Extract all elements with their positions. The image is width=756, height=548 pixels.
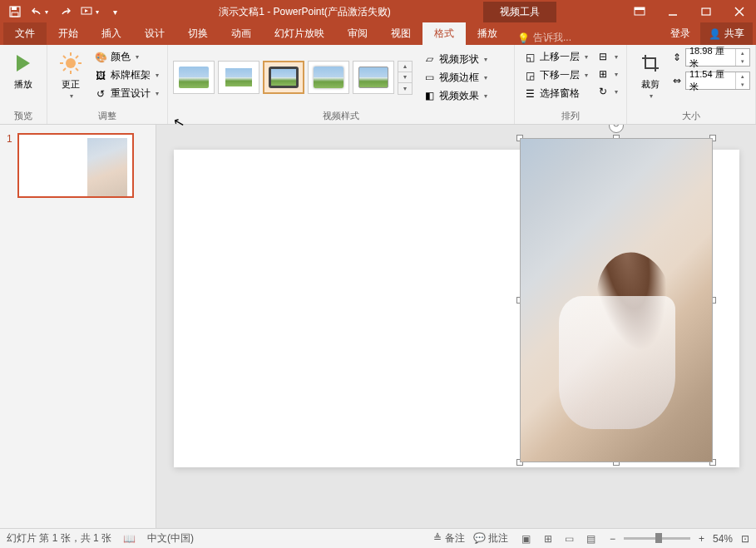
sun-icon [57,50,84,77]
corrections-button[interactable]: 更正 ▾ [52,48,89,101]
style-item-4[interactable] [308,61,349,94]
align-button[interactable]: ⊟▾ [593,48,621,65]
height-up[interactable]: ▴ [736,49,749,57]
svg-line-15 [63,56,66,58]
send-backward-icon: ◲ [523,69,536,82]
notes-button[interactable]: ≜ 备注 [433,531,464,546]
rotate-button[interactable]: ↻▾ [593,83,621,100]
bring-forward-button[interactable]: ◱上移一层▾ [520,48,591,66]
tab-transitions[interactable]: 切换 [176,22,220,45]
tab-home[interactable]: 开始 [47,22,90,45]
zoom-level[interactable]: 54% [713,533,733,545]
slide-thumbnail-panel[interactable]: 1 [0,125,156,528]
redo-button[interactable] [53,2,77,22]
tab-format[interactable]: 格式 [422,22,466,45]
poster-frame-button[interactable]: 🖼标牌框架▾ [91,67,162,84]
reset-design-button[interactable]: ↺重置设计▾ [91,85,162,102]
video-object[interactable] [520,138,713,462]
normal-view-button[interactable]: ▣ [516,531,536,546]
gallery-down-button[interactable]: ▾ [398,72,412,83]
maximize-button[interactable] [689,0,723,23]
style-item-2[interactable] [218,61,259,94]
svg-line-18 [63,68,66,71]
group-video-styles: ▴ ▾ ▾ ▱视频形状▾ ▭视频边框▾ ◧视频效果▾ 视频样式 [168,45,515,124]
group-size: 裁剪 ▾ ⇕ 18.98 厘米 ▴▾ ⇔ 11.54 厘米 ▴▾ [627,45,756,124]
close-button[interactable] [723,0,756,23]
tab-file[interactable]: 文件 [3,22,47,45]
share-button[interactable]: 👤 共享 [700,22,753,45]
align-icon: ⊟ [596,50,610,63]
bring-forward-icon: ◱ [523,51,536,64]
tab-view[interactable]: 视图 [379,22,422,45]
height-down[interactable]: ▾ [736,57,749,66]
style-gallery: ▴ ▾ ▾ [173,61,413,95]
group-button[interactable]: ⊞▾ [593,66,621,82]
play-icon [10,50,37,77]
width-input[interactable]: 11.54 厘米 ▴▾ [685,72,750,90]
crop-button[interactable]: 裁剪 ▾ [632,48,669,101]
comments-button[interactable]: 💬 批注 [473,531,508,546]
thumbnail-preview [17,133,134,198]
video-border-button[interactable]: ▭视频边框▾ [419,69,491,86]
slide-counter[interactable]: 幻灯片 第 1 张，共 1 张 [7,531,111,546]
thumbnail-video-icon [87,138,127,196]
fit-window-button[interactable]: ⊡ [741,533,749,545]
window-controls [623,0,756,23]
ribbon-tabs: 文件 开始 插入 设计 切换 动画 幻灯片放映 审阅 视图 格式 播放 💡 告诉… [0,23,756,45]
tab-design[interactable]: 设计 [133,22,176,45]
slide-canvas[interactable] [174,150,739,467]
undo-button[interactable]: ▾ [28,2,52,22]
sorter-view-button[interactable]: ⊞ [538,531,558,546]
ribbon: 播放 预览 更正 ▾ 🎨颜色▾ 🖼标牌框架▾ ↺重置设计▾ 调整 [0,45,756,125]
tab-playback[interactable]: 播放 [466,22,509,45]
zoom-in-button[interactable]: + [699,533,704,545]
quick-access-toolbar: ▾ ▾ ▾ [0,2,126,22]
svg-point-10 [66,58,76,68]
height-input[interactable]: 18.98 厘米 ▴▾ [685,48,750,67]
width-down[interactable]: ▾ [736,81,749,89]
slide-editor[interactable]: 00:00.00 [156,125,756,528]
svg-line-16 [76,68,78,71]
lightbulb-icon: 💡 [517,32,530,44]
style-item-5[interactable] [353,61,394,94]
gallery-more-button[interactable]: ▾ [398,83,412,94]
title-bar: ▾ ▾ ▾ 演示文稿1 - PowerPoint(产品激活失败) 视频工具 [0,0,756,23]
group-preview: 播放 预览 [0,45,47,124]
selection-pane-button[interactable]: ☰选择窗格 [520,85,591,102]
minimize-button[interactable] [656,0,689,23]
color-button[interactable]: 🎨颜色▾ [91,48,162,66]
slideshow-view-button[interactable]: ▤ [581,531,601,546]
rotate-handle[interactable] [609,125,624,133]
login-button[interactable]: 登录 [662,22,699,45]
spellcheck-icon[interactable]: 📖 [123,533,136,545]
qat-customize-button[interactable]: ▾ [103,2,126,22]
slide-thumbnail-1[interactable]: 1 [7,133,149,198]
window-title: 演示文稿1 - PowerPoint(产品激活失败) [126,5,483,19]
width-up[interactable]: ▴ [736,72,749,81]
reading-view-button[interactable]: ▭ [560,531,580,546]
style-item-1[interactable] [173,61,215,94]
send-backward-button[interactable]: ◲下移一层▾ [520,67,591,84]
start-from-beginning-button[interactable]: ▾ [78,2,101,22]
tab-slideshow[interactable]: 幻灯片放映 [263,22,336,45]
ribbon-options-button[interactable] [623,0,656,23]
context-tab-label: 视频工具 [483,2,556,22]
zoom-out-button[interactable]: − [610,533,615,545]
tab-review[interactable]: 审阅 [336,22,379,45]
tab-insert[interactable]: 插入 [90,22,133,45]
tell-me-search[interactable]: 💡 告诉我... [509,31,580,45]
group-arrange: ◱上移一层▾ ◲下移一层▾ ☰选择窗格 ⊟▾ ⊞▾ ↻▾ 排列 [515,45,627,124]
tab-animations[interactable]: 动画 [220,22,263,45]
video-effects-button[interactable]: ◧视频效果▾ [419,87,491,105]
video-shape-button[interactable]: ▱视频形状▾ [419,51,491,68]
gallery-up-button[interactable]: ▴ [398,62,412,72]
save-button[interactable] [3,2,27,22]
zoom-slider[interactable] [624,537,690,540]
person-icon: 👤 [709,28,721,40]
language-button[interactable]: 中文(中国) [147,531,194,546]
style-item-3[interactable] [263,61,304,94]
play-button[interactable]: 播放 [5,48,42,92]
height-icon: ⇕ [670,51,684,64]
view-buttons: ▣ ⊞ ▭ ▤ [516,531,601,546]
shape-icon: ▱ [422,52,436,66]
